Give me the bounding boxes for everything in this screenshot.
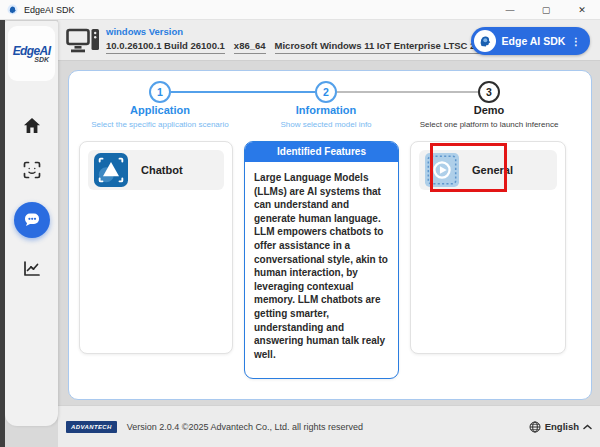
step-1-description: Select the specific application scenario [80, 119, 240, 130]
sidebar-item-home[interactable] [5, 117, 58, 134]
close-button[interactable]: ✕ [564, 0, 600, 20]
step-2-description: Show selected model info [246, 119, 406, 130]
window-title: EdgeAI SDK [24, 5, 75, 15]
demo-column: General [410, 141, 566, 354]
desktop-pc-icon [66, 28, 100, 54]
os-build-value: 10.0.26100.1 Build 26100.1 [106, 40, 225, 54]
chat-bubble-icon [23, 212, 41, 228]
os-edition-value: Microsoft Windows 11 IoT Enterprise LTSC… [275, 40, 492, 54]
wizard-panel: 1 2 3 Application Information Demo Selec… [68, 70, 592, 400]
chatbot-card-label: Chatbot [141, 164, 183, 176]
sidebar-item-face-scan[interactable] [5, 161, 58, 179]
step-3-circle: 3 [478, 81, 500, 103]
general-card[interactable]: General [419, 150, 557, 190]
edgeai-sdk-logo: EdgeAI SDK [8, 26, 55, 81]
maximize-button[interactable]: ▢ [528, 0, 564, 20]
edge-ai-sdk-button[interactable]: Edge AI SDK ⋮ [471, 27, 590, 55]
system-info-header: windows Version 10.0.26100.1 Build 26100… [58, 20, 600, 61]
sidebar-item-chatbot-active[interactable] [5, 202, 58, 238]
step-2-label: Information [246, 104, 406, 116]
line-chart-icon [23, 260, 41, 277]
face-scan-icon [23, 161, 41, 179]
chevron-up-icon [583, 424, 592, 430]
edge-ai-sdk-button-label: Edge AI SDK [496, 35, 571, 47]
os-version-label: windows Version [106, 26, 491, 37]
chatbot-icon [94, 153, 128, 187]
logo-text-sdk: SDK [34, 56, 49, 63]
step-3-description: Select one platform to launch inference [409, 119, 569, 130]
sidebar-item-metrics[interactable] [5, 260, 58, 277]
footer: ADVANTECH Version 2.0.4 ©2025 Advantech … [58, 405, 600, 447]
identified-features-header: Identified Features [245, 142, 398, 162]
active-nav-highlight [14, 202, 50, 238]
step-2-circle: 2 [315, 81, 337, 103]
os-arch-value: x86_64 [234, 40, 266, 54]
edge-ai-head-icon [477, 33, 493, 49]
stepper-connector-2-3 [337, 91, 478, 93]
advantech-logo: ADVANTECH [66, 421, 117, 433]
identified-features-text: Large Language Models (LLMs) are AI syst… [245, 162, 398, 370]
language-label: English [545, 421, 579, 432]
chatbot-card[interactable]: Chatbot [88, 150, 224, 190]
step-1-label: Application [80, 104, 240, 116]
kebab-menu-icon[interactable]: ⋮ [571, 36, 581, 47]
language-selector[interactable]: English [529, 421, 592, 433]
step-1-circle: 1 [149, 81, 171, 103]
general-card-label: General [472, 164, 513, 176]
edge-ai-logo-badge [474, 30, 496, 52]
footer-version-text: Version 2.0.4 ©2025 Advantech Co., Ltd. … [127, 422, 363, 432]
general-play-icon [425, 153, 459, 187]
minimize-button[interactable]: — [492, 0, 528, 20]
os-version-block: windows Version 10.0.26100.1 Build 26100… [106, 26, 491, 54]
titlebar: EdgeAI SDK — ▢ ✕ [0, 0, 600, 20]
application-column: Chatbot [79, 141, 233, 354]
information-column: Identified Features Large Language Model… [244, 141, 399, 379]
globe-icon [529, 421, 541, 433]
home-icon [23, 117, 41, 134]
sidebar: EdgeAI SDK [5, 21, 58, 426]
stepper-connector-1-2 [171, 91, 315, 93]
step-3-label: Demo [409, 104, 569, 116]
app-icon [7, 4, 18, 15]
